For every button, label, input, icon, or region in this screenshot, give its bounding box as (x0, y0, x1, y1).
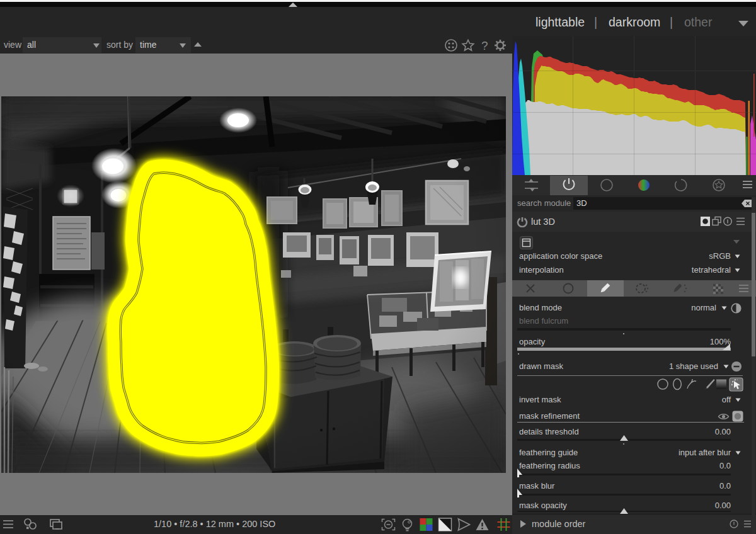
svg-text:?: ? (481, 39, 488, 52)
